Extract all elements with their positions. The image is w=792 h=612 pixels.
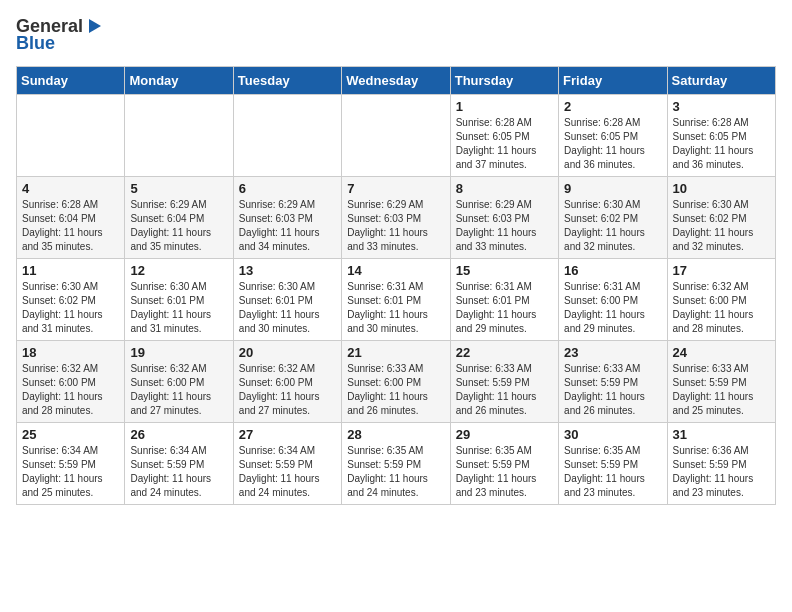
- day-number: 9: [564, 181, 661, 196]
- day-number: 30: [564, 427, 661, 442]
- day-number: 7: [347, 181, 444, 196]
- header: General Blue: [16, 16, 776, 54]
- day-number: 20: [239, 345, 336, 360]
- day-info: Sunrise: 6:31 AM Sunset: 6:01 PM Dayligh…: [347, 280, 444, 336]
- day-number: 11: [22, 263, 119, 278]
- day-info: Sunrise: 6:30 AM Sunset: 6:02 PM Dayligh…: [22, 280, 119, 336]
- day-info: Sunrise: 6:29 AM Sunset: 6:03 PM Dayligh…: [347, 198, 444, 254]
- day-number: 27: [239, 427, 336, 442]
- day-cell: 29Sunrise: 6:35 AM Sunset: 5:59 PM Dayli…: [450, 423, 558, 505]
- day-info: Sunrise: 6:35 AM Sunset: 5:59 PM Dayligh…: [456, 444, 553, 500]
- day-cell: 19Sunrise: 6:32 AM Sunset: 6:00 PM Dayli…: [125, 341, 233, 423]
- day-info: Sunrise: 6:29 AM Sunset: 6:03 PM Dayligh…: [239, 198, 336, 254]
- day-info: Sunrise: 6:30 AM Sunset: 6:01 PM Dayligh…: [239, 280, 336, 336]
- day-number: 31: [673, 427, 770, 442]
- day-cell: 30Sunrise: 6:35 AM Sunset: 5:59 PM Dayli…: [559, 423, 667, 505]
- logo-arrow-icon: [85, 17, 103, 35]
- day-cell: 25Sunrise: 6:34 AM Sunset: 5:59 PM Dayli…: [17, 423, 125, 505]
- col-header-friday: Friday: [559, 67, 667, 95]
- day-info: Sunrise: 6:33 AM Sunset: 5:59 PM Dayligh…: [456, 362, 553, 418]
- day-info: Sunrise: 6:30 AM Sunset: 6:01 PM Dayligh…: [130, 280, 227, 336]
- day-number: 29: [456, 427, 553, 442]
- day-number: 28: [347, 427, 444, 442]
- day-cell: 6Sunrise: 6:29 AM Sunset: 6:03 PM Daylig…: [233, 177, 341, 259]
- day-info: Sunrise: 6:33 AM Sunset: 6:00 PM Dayligh…: [347, 362, 444, 418]
- day-info: Sunrise: 6:32 AM Sunset: 6:00 PM Dayligh…: [130, 362, 227, 418]
- day-info: Sunrise: 6:28 AM Sunset: 6:05 PM Dayligh…: [673, 116, 770, 172]
- col-header-thursday: Thursday: [450, 67, 558, 95]
- day-cell: 7Sunrise: 6:29 AM Sunset: 6:03 PM Daylig…: [342, 177, 450, 259]
- logo: General Blue: [16, 16, 103, 54]
- col-header-sunday: Sunday: [17, 67, 125, 95]
- day-number: 23: [564, 345, 661, 360]
- day-number: 12: [130, 263, 227, 278]
- day-info: Sunrise: 6:31 AM Sunset: 6:00 PM Dayligh…: [564, 280, 661, 336]
- day-number: 8: [456, 181, 553, 196]
- day-info: Sunrise: 6:29 AM Sunset: 6:04 PM Dayligh…: [130, 198, 227, 254]
- day-cell: 31Sunrise: 6:36 AM Sunset: 5:59 PM Dayli…: [667, 423, 775, 505]
- svg-marker-0: [89, 19, 101, 33]
- day-number: 3: [673, 99, 770, 114]
- day-cell: 17Sunrise: 6:32 AM Sunset: 6:00 PM Dayli…: [667, 259, 775, 341]
- day-number: 5: [130, 181, 227, 196]
- day-info: Sunrise: 6:30 AM Sunset: 6:02 PM Dayligh…: [564, 198, 661, 254]
- day-info: Sunrise: 6:34 AM Sunset: 5:59 PM Dayligh…: [239, 444, 336, 500]
- day-number: 13: [239, 263, 336, 278]
- col-header-tuesday: Tuesday: [233, 67, 341, 95]
- day-number: 14: [347, 263, 444, 278]
- day-cell: 27Sunrise: 6:34 AM Sunset: 5:59 PM Dayli…: [233, 423, 341, 505]
- day-info: Sunrise: 6:35 AM Sunset: 5:59 PM Dayligh…: [347, 444, 444, 500]
- day-cell: 13Sunrise: 6:30 AM Sunset: 6:01 PM Dayli…: [233, 259, 341, 341]
- day-cell: 24Sunrise: 6:33 AM Sunset: 5:59 PM Dayli…: [667, 341, 775, 423]
- week-row-1: 1Sunrise: 6:28 AM Sunset: 6:05 PM Daylig…: [17, 95, 776, 177]
- day-info: Sunrise: 6:34 AM Sunset: 5:59 PM Dayligh…: [22, 444, 119, 500]
- day-cell: 5Sunrise: 6:29 AM Sunset: 6:04 PM Daylig…: [125, 177, 233, 259]
- day-info: Sunrise: 6:28 AM Sunset: 6:04 PM Dayligh…: [22, 198, 119, 254]
- day-info: Sunrise: 6:35 AM Sunset: 5:59 PM Dayligh…: [564, 444, 661, 500]
- day-number: 6: [239, 181, 336, 196]
- col-header-wednesday: Wednesday: [342, 67, 450, 95]
- day-info: Sunrise: 6:36 AM Sunset: 5:59 PM Dayligh…: [673, 444, 770, 500]
- day-cell: 9Sunrise: 6:30 AM Sunset: 6:02 PM Daylig…: [559, 177, 667, 259]
- day-info: Sunrise: 6:30 AM Sunset: 6:02 PM Dayligh…: [673, 198, 770, 254]
- header-row: SundayMondayTuesdayWednesdayThursdayFrid…: [17, 67, 776, 95]
- week-row-4: 18Sunrise: 6:32 AM Sunset: 6:00 PM Dayli…: [17, 341, 776, 423]
- calendar-table: SundayMondayTuesdayWednesdayThursdayFrid…: [16, 66, 776, 505]
- day-cell: 10Sunrise: 6:30 AM Sunset: 6:02 PM Dayli…: [667, 177, 775, 259]
- day-number: 21: [347, 345, 444, 360]
- day-info: Sunrise: 6:31 AM Sunset: 6:01 PM Dayligh…: [456, 280, 553, 336]
- day-cell: 20Sunrise: 6:32 AM Sunset: 6:00 PM Dayli…: [233, 341, 341, 423]
- day-number: 15: [456, 263, 553, 278]
- col-header-monday: Monday: [125, 67, 233, 95]
- day-cell: 21Sunrise: 6:33 AM Sunset: 6:00 PM Dayli…: [342, 341, 450, 423]
- day-info: Sunrise: 6:34 AM Sunset: 5:59 PM Dayligh…: [130, 444, 227, 500]
- day-cell: 14Sunrise: 6:31 AM Sunset: 6:01 PM Dayli…: [342, 259, 450, 341]
- day-cell: 22Sunrise: 6:33 AM Sunset: 5:59 PM Dayli…: [450, 341, 558, 423]
- day-number: 17: [673, 263, 770, 278]
- day-number: 1: [456, 99, 553, 114]
- day-cell: 26Sunrise: 6:34 AM Sunset: 5:59 PM Dayli…: [125, 423, 233, 505]
- day-cell: [233, 95, 341, 177]
- day-number: 24: [673, 345, 770, 360]
- day-info: Sunrise: 6:32 AM Sunset: 6:00 PM Dayligh…: [22, 362, 119, 418]
- day-number: 26: [130, 427, 227, 442]
- week-row-3: 11Sunrise: 6:30 AM Sunset: 6:02 PM Dayli…: [17, 259, 776, 341]
- day-number: 4: [22, 181, 119, 196]
- day-cell: 3Sunrise: 6:28 AM Sunset: 6:05 PM Daylig…: [667, 95, 775, 177]
- col-header-saturday: Saturday: [667, 67, 775, 95]
- day-info: Sunrise: 6:33 AM Sunset: 5:59 PM Dayligh…: [673, 362, 770, 418]
- day-cell: [17, 95, 125, 177]
- logo-blue: Blue: [16, 33, 55, 54]
- day-cell: 28Sunrise: 6:35 AM Sunset: 5:59 PM Dayli…: [342, 423, 450, 505]
- day-number: 18: [22, 345, 119, 360]
- day-cell: 15Sunrise: 6:31 AM Sunset: 6:01 PM Dayli…: [450, 259, 558, 341]
- day-cell: 16Sunrise: 6:31 AM Sunset: 6:00 PM Dayli…: [559, 259, 667, 341]
- day-cell: 23Sunrise: 6:33 AM Sunset: 5:59 PM Dayli…: [559, 341, 667, 423]
- day-info: Sunrise: 6:32 AM Sunset: 6:00 PM Dayligh…: [239, 362, 336, 418]
- day-number: 2: [564, 99, 661, 114]
- day-number: 16: [564, 263, 661, 278]
- day-number: 22: [456, 345, 553, 360]
- day-cell: [125, 95, 233, 177]
- day-cell: 18Sunrise: 6:32 AM Sunset: 6:00 PM Dayli…: [17, 341, 125, 423]
- day-info: Sunrise: 6:33 AM Sunset: 5:59 PM Dayligh…: [564, 362, 661, 418]
